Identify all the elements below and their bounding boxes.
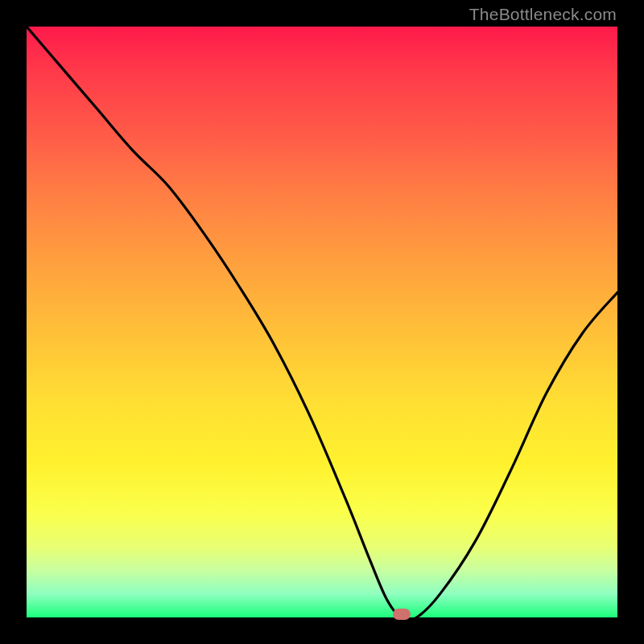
curve-path: [27, 27, 617, 617]
chart-frame: TheBottleneck.com: [0, 0, 644, 644]
watermark-text: TheBottleneck.com: [469, 5, 617, 24]
plot-area: [27, 27, 617, 617]
optimal-marker: [393, 609, 411, 620]
bottleneck-curve: [27, 27, 617, 617]
